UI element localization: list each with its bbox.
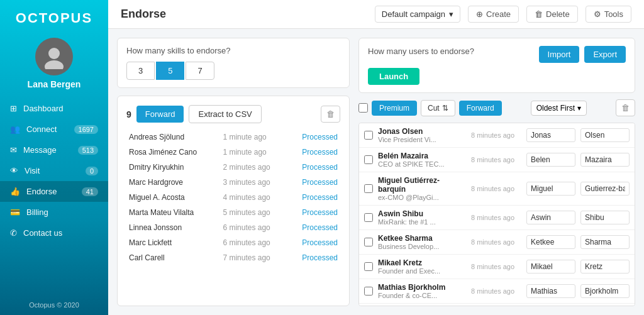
- list-item: Belén Mazaira CEO at SPIKE TEC... 8 minu…: [359, 148, 635, 172]
- user-checkbox[interactable]: [364, 238, 373, 246]
- sidebar-footer: Octopus © 2020: [23, 295, 86, 315]
- queue-time: 5 minutes ago: [220, 205, 287, 220]
- sidebar-item-visit[interactable]: 👁 Visit 0: [0, 160, 108, 181]
- first-name-input[interactable]: [526, 153, 575, 167]
- sidebar-item-contact[interactable]: ✆ Contact us: [0, 223, 108, 243]
- user-last-name: [580, 260, 630, 274]
- sidebar-item-billing[interactable]: 💳 Billing: [0, 202, 108, 223]
- last-name-input[interactable]: [580, 260, 630, 274]
- last-name-input[interactable]: [580, 153, 630, 167]
- queue-name: Marc Lickfett: [126, 235, 220, 250]
- delete-queue-button[interactable]: 🗑: [321, 106, 340, 123]
- queue-table: Andreas Sjölund 1 minute ago Processed R…: [126, 130, 340, 265]
- first-name-input[interactable]: [526, 128, 575, 142]
- right-panel: How many users to endorse? Import Export…: [358, 38, 635, 306]
- sidebar-item-dashboard[interactable]: ⊞ Dashboard: [0, 98, 108, 119]
- first-name-input[interactable]: [526, 182, 575, 196]
- users-header-card: How many users to endorse? Import Export…: [358, 38, 635, 93]
- premium-button[interactable]: Premium: [372, 101, 417, 116]
- queue-card: 9 Forward Extract to CSV 🗑 Andreas Sjölu…: [117, 96, 350, 306]
- user-checkbox[interactable]: [364, 131, 373, 140]
- dashboard-icon: ⊞: [10, 104, 17, 113]
- sidebar-item-left: 👍 Endorse: [10, 187, 57, 196]
- first-name-input[interactable]: [526, 260, 575, 274]
- user-title: ex-CMO @PlayGi...: [378, 194, 466, 201]
- export-button[interactable]: Export: [584, 46, 626, 63]
- user-checkbox[interactable]: [364, 213, 373, 222]
- queue-status: Processed: [288, 160, 340, 175]
- queue-time: 1 minute ago: [220, 145, 287, 160]
- sidebar-item-left: ✉ Message: [10, 145, 57, 155]
- last-name-input[interactable]: [580, 284, 630, 298]
- sidebar-item-label: Contact us: [23, 228, 62, 238]
- skill-7-button[interactable]: 7: [186, 62, 214, 80]
- user-first-name: [526, 235, 575, 249]
- sidebar-item-connect[interactable]: 👥 Connect 1697: [0, 119, 108, 140]
- user-info: Belén Mazaira CEO at SPIKE TEC...: [378, 152, 466, 168]
- sidebar-item-left: 👁 Visit: [10, 166, 40, 175]
- user-checkbox[interactable]: [364, 155, 373, 164]
- sidebar-item-message[interactable]: ✉ Message 513: [0, 140, 108, 160]
- skill-5-button[interactable]: 5: [156, 62, 184, 80]
- table-row: Carl Carell 7 minutes ago Processed: [126, 250, 340, 265]
- table-row: Marta Mateu Vilalta 5 minutes ago Proces…: [126, 205, 340, 220]
- users-forward-button[interactable]: Forward: [459, 101, 502, 116]
- sidebar-item-label: Endorse: [26, 187, 57, 196]
- user-checkbox[interactable]: [364, 262, 373, 271]
- cut-button[interactable]: Cut ⇅: [421, 100, 455, 116]
- select-all-checkbox[interactable]: [358, 103, 368, 113]
- first-name-input[interactable]: [526, 211, 575, 224]
- user-last-name: [580, 235, 630, 249]
- delete-button[interactable]: 🗑 Delete: [526, 6, 578, 23]
- import-export-actions: Import Export: [539, 46, 626, 63]
- first-name-input[interactable]: [526, 284, 575, 298]
- main-content: Endorse Default campaign ▾ ⊕ Create 🗑 De…: [108, 0, 644, 315]
- queue-status: Processed: [288, 205, 340, 220]
- gear-icon: ⚙: [594, 9, 601, 19]
- user-checkbox[interactable]: [364, 287, 373, 296]
- sidebar-item-endorse[interactable]: 👍 Endorse 41: [0, 181, 108, 202]
- queue-name: Miguel A. Acosta: [126, 190, 220, 205]
- user-title: CEO at SPIKE TEC...: [378, 160, 466, 168]
- sidebar-username: Lana Bergen: [28, 79, 81, 89]
- extract-csv-button[interactable]: Extract to CSV: [189, 105, 261, 123]
- import-button[interactable]: Import: [539, 46, 580, 63]
- user-checkbox[interactable]: [364, 184, 373, 193]
- user-last-name: [580, 211, 630, 224]
- table-row: Marc Lickfett 6 minutes ago Processed: [126, 235, 340, 250]
- right-header-row: How many users to endorse? Import Export: [368, 46, 626, 63]
- user-title: Founder & co-CE...: [378, 292, 466, 299]
- queue-time: 6 minutes ago: [220, 235, 287, 250]
- create-button[interactable]: ⊕ Create: [468, 6, 519, 23]
- campaign-selector[interactable]: Default campaign ▾: [375, 6, 460, 23]
- queue-name: Marta Mateu Vilalta: [126, 205, 220, 220]
- delete-users-button[interactable]: 🗑: [616, 99, 635, 116]
- queue-time: 2 minutes ago: [220, 160, 287, 175]
- last-name-input[interactable]: [580, 235, 630, 249]
- last-name-input[interactable]: [580, 211, 630, 224]
- left-panel: How many skills to endorse? 3 5 7 9 Forw…: [117, 38, 350, 306]
- last-name-input[interactable]: [580, 128, 630, 142]
- trash-icon: 🗑: [535, 9, 543, 19]
- first-name-input[interactable]: [526, 235, 575, 249]
- user-first-name: [526, 128, 575, 142]
- user-time: 8 minutes ago: [471, 287, 521, 295]
- svg-point-1: [45, 60, 64, 69]
- logo-text: OCTOPUS: [16, 10, 92, 26]
- users-container: Jonas Olsen Vice President Vi... 8 minut…: [359, 123, 635, 306]
- sort-selector[interactable]: Oldest First ▾: [531, 101, 587, 116]
- sidebar-badge: 1697: [74, 125, 98, 134]
- queue-status: Processed: [288, 250, 340, 265]
- last-name-input[interactable]: [580, 182, 630, 196]
- queue-name: Rosa Jiménez Cano: [126, 145, 220, 160]
- forward-button[interactable]: Forward: [136, 106, 184, 123]
- list-item: Carl Helgesson Founder & CEO a... 8 minu…: [359, 304, 635, 306]
- user-name: Belén Mazaira: [378, 152, 466, 160]
- launch-button[interactable]: Launch: [368, 68, 419, 85]
- sidebar-item-label: Billing: [26, 207, 48, 217]
- tools-button[interactable]: ⚙ Tools: [586, 6, 631, 23]
- sidebar: OCTOPUS Lana Bergen ⊞ Dashboard 👥 Connec…: [0, 0, 108, 315]
- users-list: Jonas Olsen Vice President Vi... 8 minut…: [358, 123, 635, 306]
- skill-3-button[interactable]: 3: [126, 62, 155, 80]
- users-label: How many users to endorse?: [368, 47, 474, 56]
